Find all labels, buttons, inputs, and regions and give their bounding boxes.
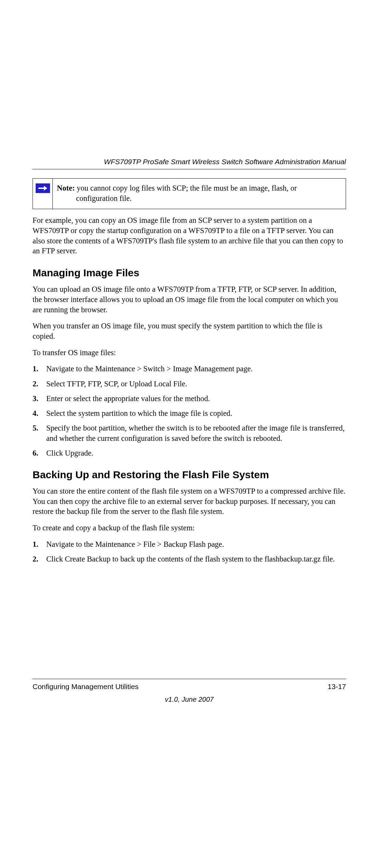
- list-item: Specify the boot partition, whether the …: [33, 423, 346, 443]
- header-rule: [33, 169, 346, 169]
- running-header: WFS709TP ProSafe Smart Wireless Switch S…: [33, 158, 346, 169]
- note-line1: you cannot copy log files with SCP; the …: [75, 184, 297, 192]
- steps-list-managing: Navigate to the Maintenance > Switch > I…: [33, 364, 346, 458]
- note-callout: Note: you cannot copy log files with SCP…: [33, 178, 346, 209]
- list-item: Select TFTP, FTP, SCP, or Upload Local F…: [33, 379, 346, 389]
- steps-list-backup: Navigate to the Maintenance > File > Bac…: [33, 539, 346, 564]
- note-text: Note: you cannot copy log files with SCP…: [53, 179, 303, 209]
- list-item: Click Create Backup to back up the conte…: [33, 554, 346, 564]
- list-item: Select the system partition to which the…: [33, 408, 346, 418]
- body-paragraph: To create and copy a backup of the flash…: [33, 523, 346, 533]
- body-paragraph: To transfer OS image files:: [33, 348, 346, 358]
- list-item: Enter or select the appropriate values f…: [33, 394, 346, 403]
- arrow-right-icon: [36, 183, 50, 193]
- footer-version: v1.0, June 2007: [33, 696, 346, 703]
- page-footer: Configuring Management Utilities 13-17 v…: [33, 679, 346, 703]
- footer-chapter: Configuring Management Utilities: [33, 683, 138, 691]
- body-paragraph: When you transfer an OS image file, you …: [33, 321, 346, 341]
- list-item: Navigate to the Maintenance > File > Bac…: [33, 539, 346, 549]
- list-item: Navigate to the Maintenance > Switch > I…: [33, 364, 346, 374]
- footer-page-number: 13-17: [328, 683, 346, 691]
- section-heading-backup: Backing Up and Restoring the Flash File …: [33, 469, 346, 481]
- section-heading-managing: Managing Image Files: [33, 267, 346, 279]
- body-paragraph: You can store the entire content of the …: [33, 486, 346, 517]
- list-item: Click Upgrade.: [33, 448, 346, 458]
- note-line2: configuration file.: [57, 193, 297, 204]
- page-content: WFS709TP ProSafe Smart Wireless Switch S…: [33, 158, 346, 569]
- footer-rule: [33, 679, 346, 679]
- intro-paragraph: For example, you can copy an OS image fi…: [33, 215, 346, 256]
- body-paragraph: You can upload an OS image file onto a W…: [33, 284, 346, 315]
- note-icon-cell: [33, 179, 53, 209]
- footer-row: Configuring Management Utilities 13-17: [33, 683, 346, 691]
- note-label: Note:: [57, 184, 75, 192]
